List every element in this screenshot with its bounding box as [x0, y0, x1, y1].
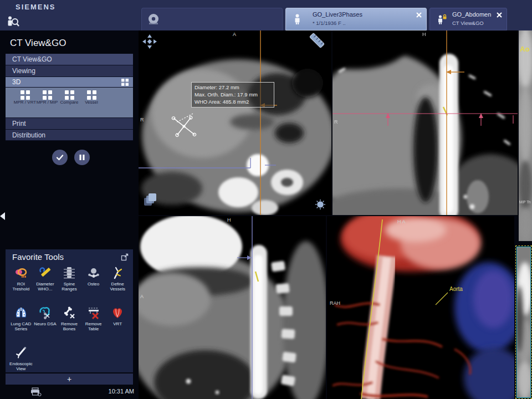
page-title: CT View&GO — [10, 38, 66, 49]
spine-ranges-icon — [62, 266, 76, 280]
tool-label: Osteo — [81, 282, 106, 287]
menu-item-distribution[interactable]: Distribution — [6, 130, 133, 141]
patient-lock-icon — [437, 14, 448, 25]
favorite-tools-title: Favorite Tools — [12, 252, 64, 262]
plus-label: + — [67, 375, 71, 383]
tool-define-vessels[interactable]: Define Vessels — [105, 266, 130, 291]
tab-title: GO_Abdomen — [452, 11, 491, 18]
confirm-button[interactable] — [52, 150, 68, 165]
layout-compare-button[interactable]: Compare — [58, 90, 81, 116]
osteo-icon — [86, 266, 101, 280]
add-tool-button[interactable]: + — [6, 374, 133, 385]
close-icon[interactable] — [415, 11, 423, 19]
menu-item-ct-viewgo[interactable]: CT View&GO — [6, 54, 133, 65]
clock: 10:31 AM — [109, 388, 134, 395]
roi-threshold-icon — [14, 266, 28, 280]
orientation-label-left: R — [334, 119, 338, 125]
cpr-selected-image — [516, 247, 531, 398]
series-panel[interactable] — [141, 8, 283, 30]
tab-subtitle: CT View&GO — [452, 20, 484, 26]
annotation-line: Max. Orth. Diam.: 17.9 mm — [195, 91, 271, 99]
tool-neuro-dsa[interactable]: Neuro DSA — [33, 306, 58, 331]
siemens-logo: SIEMENS — [16, 3, 56, 11]
menu-item-3d[interactable]: 3D — [6, 77, 133, 88]
top-bar: SIEMENS GO_Liver3Phases * 1/1/1936 F — [0, 0, 532, 30]
viewport-axial[interactable]: A R Diameter: 27.2 mm Max. Orth. Diam.: … — [139, 30, 331, 215]
tool-label: Endoscopic View — [9, 361, 33, 371]
favorite-tools-panel: Favorite Tools ROI Treshold — [6, 249, 133, 372]
tool-osteo[interactable]: Osteo — [81, 266, 106, 291]
aorta-label[interactable]: Aorta — [449, 286, 463, 292]
menu-label: 3D — [12, 78, 21, 86]
diameter-who-icon — [38, 266, 52, 280]
axial-ct-image — [139, 30, 331, 215]
printer-icon[interactable] — [30, 387, 42, 396]
tool-remove-table[interactable]: Remove Table — [81, 306, 106, 331]
tool-remove-bones[interactable]: Remove Bones — [57, 306, 81, 331]
tool-spine-ranges[interactable]: Spine Ranges — [57, 266, 81, 291]
patient-icon — [294, 14, 301, 24]
menu-label: Distribution — [12, 131, 45, 139]
orientation-label-left: R — [140, 117, 144, 122]
vrt-3d-image — [327, 216, 514, 399]
cpr-vessel-label: Ao — [520, 45, 529, 53]
tool-diameter-who[interactable]: Diameter WHO... — [33, 266, 58, 291]
vrt-organ-icon — [110, 306, 125, 320]
grid-2x2-icon — [43, 90, 52, 100]
tool-lung-cad-series[interactable]: Lung CAD Series — [9, 306, 33, 331]
menu-item-viewing[interactable]: Viewing — [6, 65, 133, 77]
coronal-ct-image — [332, 30, 518, 215]
layout-vessel-button[interactable]: Vessel — [80, 90, 103, 116]
orientation-label-top: H — [422, 32, 426, 37]
tool-vrt[interactable]: VRT — [105, 306, 130, 331]
orientation-label-top: H — [227, 217, 231, 223]
menu-label: Print — [12, 120, 26, 127]
layout-mpr-vrt-button[interactable]: MPR / VRT — [13, 90, 37, 116]
viewport-coronal[interactable]: H R — [332, 30, 518, 215]
tool-endoscopic-view[interactable]: Endoscopic View — [9, 346, 33, 371]
3d-layout-submenu: MPR / VRT MPR / MIP Compare — [6, 88, 133, 118]
orientation-label-top: H A — [397, 219, 406, 224]
viewport-cpr-selected[interactable] — [515, 245, 532, 399]
grid-layout-icon — [121, 79, 129, 86]
menu-item-print[interactable]: Print — [6, 118, 133, 130]
grid-2x2-icon — [87, 90, 96, 100]
layout-label: MPR / MIP — [35, 100, 59, 105]
tab-go-liver3phases[interactable]: GO_Liver3Phases * 1/1/1936 F .. — [285, 8, 427, 30]
remove-bones-icon — [62, 306, 76, 320]
pause-button[interactable] — [74, 150, 90, 165]
menu-label: CT View&GO — [12, 55, 52, 63]
orientation-label-left: RAH — [330, 300, 340, 306]
viewport-sagittal[interactable]: H A — [139, 216, 326, 399]
cpr-mode-label: MIP Th — [519, 200, 531, 204]
define-vessels-icon — [110, 266, 125, 280]
remove-table-icon — [86, 306, 101, 320]
sidebar: CT View&GO CT View&GO Viewing 3D — [0, 30, 139, 399]
popout-icon[interactable] — [121, 253, 129, 261]
tool-label: Define Vessels — [105, 282, 130, 291]
tab-title: GO_Liver3Phases — [313, 11, 362, 18]
menu-label: Viewing — [12, 67, 35, 75]
neuro-dsa-icon — [38, 306, 52, 320]
viewport-cpr[interactable]: Ao MIP Th — [519, 30, 532, 241]
layout-label: Vessel — [80, 100, 103, 105]
status-bar: 10:31 AM — [0, 385, 139, 399]
layout-label: MPR / VRT — [13, 100, 37, 105]
tool-label: Diameter WHO... — [33, 282, 58, 291]
grid-2x2-icon — [21, 90, 30, 100]
pause-icon — [79, 154, 85, 161]
tool-label: ROI Treshold — [9, 282, 33, 291]
tool-label: Remove Bones — [57, 321, 81, 331]
close-icon[interactable] — [495, 11, 503, 19]
vessel-measurement-annotation[interactable]: Diameter: 27.2 mm Max. Orth. Diam.: 17.9… — [191, 82, 274, 108]
cpr-vessel-image — [519, 30, 532, 241]
tool-label: Spine Ranges — [57, 282, 81, 291]
annotation-line: WHO Area: 485.8 mm2 — [195, 99, 271, 106]
sidebar-collapse-arrow-icon[interactable] — [0, 212, 5, 220]
tool-label: Remove Table — [81, 321, 106, 331]
layout-mpr-mip-button[interactable]: MPR / MIP — [35, 90, 59, 116]
tool-roi-threshold[interactable]: ROI Treshold — [9, 266, 33, 291]
viewport-vrt-3d[interactable]: H A RAH Aorta — [327, 216, 514, 399]
tab-go-abdomen[interactable]: GO_Abdomen CT View&GO — [429, 8, 507, 30]
patient-search-icon[interactable] — [6, 14, 20, 29]
